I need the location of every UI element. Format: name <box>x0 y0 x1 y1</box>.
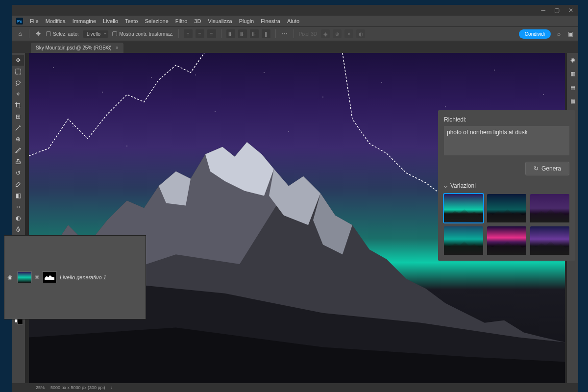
fx-icon[interactable]: fx▾ <box>47 309 54 316</box>
variation-thumb[interactable] <box>530 226 569 255</box>
menu-layer[interactable]: Livello <box>103 18 118 24</box>
filter-pixel-icon[interactable]: ▣ <box>92 259 97 266</box>
dist-mid-icon[interactable]: ⊪ <box>238 29 247 38</box>
color-panel-icon[interactable]: ◉ <box>567 55 578 65</box>
filter-adjust-icon[interactable]: ◐ <box>101 259 106 266</box>
lock-all-icon[interactable]: 🔒 <box>54 282 61 289</box>
close-icon[interactable]: ✕ <box>568 7 573 14</box>
minimize-icon[interactable]: ─ <box>541 7 545 14</box>
menu-3d[interactable]: 3D <box>194 18 201 24</box>
filter-smart-icon[interactable]: ▤ <box>125 259 130 266</box>
move-tool-icon[interactable]: ✥ <box>34 30 42 38</box>
maximize-icon[interactable]: ▢ <box>554 7 560 14</box>
marquee-tool[interactable] <box>12 66 24 77</box>
delete-icon[interactable]: 🗑 <box>109 309 115 316</box>
align-center-icon[interactable]: ≡ <box>196 29 204 38</box>
blend-mode-dropdown[interactable]: Normale <box>9 271 78 278</box>
menu-file[interactable]: File <box>30 18 39 24</box>
lock-pos-icon[interactable]: ✥ <box>41 282 45 289</box>
variation-thumb[interactable] <box>487 194 526 222</box>
swatches-panel-icon[interactable]: ▦ <box>567 69 578 78</box>
filter-type-dropdown[interactable]: Tipo <box>16 259 34 266</box>
crop-tool[interactable] <box>12 100 24 111</box>
filter-type-icon[interactable]: T <box>110 259 113 266</box>
menu-filter[interactable]: Filtro <box>175 18 187 24</box>
patterns-panel-icon[interactable]: ▩ <box>567 96 578 106</box>
opacity-value[interactable]: 100% <box>117 272 134 277</box>
app-logo[interactable]: Ps <box>16 18 23 24</box>
auto-select-check[interactable]: Selez. auto: <box>46 31 79 37</box>
frame-tool[interactable]: ⊞ <box>12 111 24 122</box>
variation-thumb[interactable] <box>444 194 483 222</box>
prompt-input[interactable] <box>444 126 569 155</box>
panel-close-icon[interactable]: ✕ <box>139 237 143 243</box>
variation-thumb[interactable] <box>444 226 483 255</box>
menu-image[interactable]: Immagine <box>73 18 96 24</box>
group-icon[interactable]: ▬ <box>85 309 91 316</box>
link-layers-icon[interactable]: ⊘ <box>35 309 40 316</box>
history-brush-tool[interactable]: ↺ <box>12 168 24 178</box>
lock-trans-icon[interactable]: ▦ <box>25 282 30 289</box>
generative-panel[interactable]: Richiedi: ↻ Genera ⌵ Variazioni <box>438 110 575 261</box>
lock-artboard-icon[interactable]: ▯ <box>48 282 51 289</box>
dodge-tool[interactable]: ◐ <box>12 213 24 223</box>
stamp-tool[interactable] <box>12 156 24 167</box>
layers-panel[interactable]: ‹‹ ✕ Livelli ⌕ Tipo ▣ ◐ T ▱ ▤ Normale Op… <box>4 235 146 319</box>
fill-value[interactable]: 100% <box>121 283 134 288</box>
wand-tool[interactable]: ✧ <box>12 89 24 99</box>
share-button[interactable]: Condividi <box>519 29 551 39</box>
gradient-tool[interactable]: ◧ <box>12 190 24 201</box>
opacity-chevron-icon[interactable]: ⌵ <box>138 272 141 277</box>
visibility-icon[interactable]: ◉ <box>7 295 14 302</box>
menu-edit[interactable]: Modifica <box>46 18 66 24</box>
menu-help[interactable]: Aiuto <box>287 18 299 24</box>
eraser-tool[interactable] <box>12 179 24 190</box>
menu-view[interactable]: Visualizza <box>208 18 232 24</box>
filter-search-icon[interactable]: ⌕ <box>9 260 12 265</box>
variation-thumb[interactable] <box>530 194 569 222</box>
menu-text[interactable]: Testo <box>125 18 138 24</box>
dist-bot-icon[interactable]: ⊪ <box>250 29 259 38</box>
generate-button[interactable]: ↻ Genera <box>525 162 569 175</box>
layer-dropdown[interactable]: Livello <box>83 30 108 38</box>
document-tab-label: Sky Mountain.psd @ 25% (RGB/8) <box>36 45 112 50</box>
fill-chevron-icon[interactable]: ⌵ <box>138 283 141 288</box>
align-right-icon[interactable]: ≡ <box>207 29 216 38</box>
adjustment-icon[interactable]: ◐ <box>73 309 78 316</box>
align-left-icon[interactable]: ≡ <box>184 29 193 38</box>
transform-check[interactable]: Mostra contr. trasformaz. <box>112 31 173 37</box>
collapse-icon[interactable]: ‹‹ <box>130 237 134 243</box>
gradients-panel-icon[interactable]: ▤ <box>567 82 578 92</box>
menu-window[interactable]: Finestra <box>261 18 280 24</box>
dist-top-icon[interactable]: ⊪ <box>226 29 235 38</box>
eyedropper-tool[interactable] <box>12 122 24 133</box>
status-chevron-icon[interactable]: › <box>111 385 113 390</box>
pen-tool[interactable] <box>12 224 24 235</box>
document-tab[interactable]: Sky Mountain.psd @ 25% (RGB/8) × <box>31 43 123 53</box>
blur-tool[interactable]: ○ <box>12 201 24 212</box>
layer-thumbnail[interactable] <box>17 293 32 304</box>
mask-icon[interactable]: ◻ <box>61 309 66 316</box>
search-icon[interactable]: ⌕ <box>555 30 563 38</box>
layer-name[interactable]: Sfondo <box>35 295 52 301</box>
zoom-level[interactable]: 25% <box>36 385 45 390</box>
lasso-tool[interactable] <box>12 77 24 88</box>
dist-v-icon[interactable]: ∥ <box>262 29 270 38</box>
menu-select[interactable]: Selezione <box>145 18 168 24</box>
doc-info[interactable]: 5000 px x 5000 px (300 ppi) <box>50 385 105 390</box>
new-layer-icon[interactable]: ⊞ <box>98 309 102 316</box>
lock-paint-icon[interactable]: ✎ <box>33 282 38 289</box>
menu-plugin[interactable]: Plugin <box>239 18 254 24</box>
home-icon[interactable]: ⌂ <box>16 30 24 38</box>
variation-thumb[interactable] <box>487 226 526 255</box>
workspace-icon[interactable]: ▣ <box>566 30 574 38</box>
heal-tool[interactable]: ⊕ <box>12 134 24 145</box>
filter-shape-icon[interactable]: ▱ <box>117 259 121 266</box>
more-icon[interactable]: ⋯ <box>281 30 289 38</box>
tab-close-icon[interactable]: × <box>116 45 119 50</box>
brush-tool[interactable] <box>12 145 24 156</box>
variations-header[interactable]: ⌵ Variazioni <box>444 182 569 189</box>
filter-toggle[interactable] <box>136 260 141 265</box>
layer-row[interactable]: ◉ Sfondo <box>4 291 146 306</box>
move-tool[interactable]: ✥ <box>12 55 24 66</box>
